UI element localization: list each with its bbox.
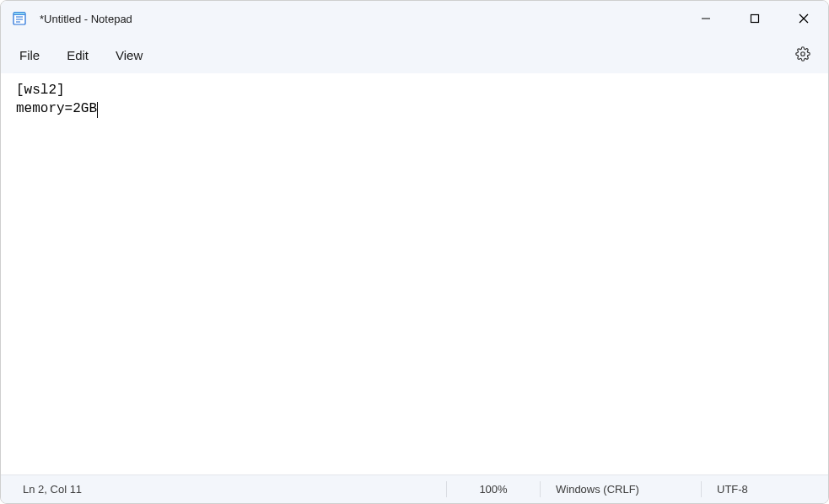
editor-content: [wsl2] memory=2GB — [16, 83, 97, 116]
window-title: *Untitled - Notepad — [40, 13, 132, 25]
status-zoom[interactable]: 100% — [447, 475, 540, 503]
gear-icon — [795, 46, 810, 64]
menu-edit[interactable]: Edit — [53, 43, 102, 67]
settings-button[interactable] — [789, 41, 816, 68]
svg-rect-6 — [751, 15, 759, 23]
notepad-icon — [11, 10, 28, 27]
status-encoding[interactable]: UTF-8 — [702, 475, 828, 503]
editor-textarea[interactable]: [wsl2] memory=2GB — [1, 73, 828, 475]
text-caret — [97, 102, 98, 117]
window-controls — [681, 1, 828, 36]
svg-rect-1 — [13, 13, 25, 15]
maximize-button[interactable] — [730, 1, 779, 36]
menu-file[interactable]: File — [6, 43, 53, 67]
close-button[interactable] — [779, 1, 828, 36]
status-bar: Ln 2, Col 11 100% Windows (CRLF) UTF-8 — [1, 475, 828, 503]
menu-bar: File Edit View — [1, 36, 828, 73]
menu-view[interactable]: View — [102, 43, 156, 67]
svg-point-9 — [801, 51, 805, 56]
title-bar: *Untitled - Notepad — [1, 1, 828, 36]
status-line-ending[interactable]: Windows (CRLF) — [541, 475, 701, 503]
status-cursor-position: Ln 2, Col 11 — [1, 475, 446, 503]
minimize-button[interactable] — [681, 1, 730, 36]
